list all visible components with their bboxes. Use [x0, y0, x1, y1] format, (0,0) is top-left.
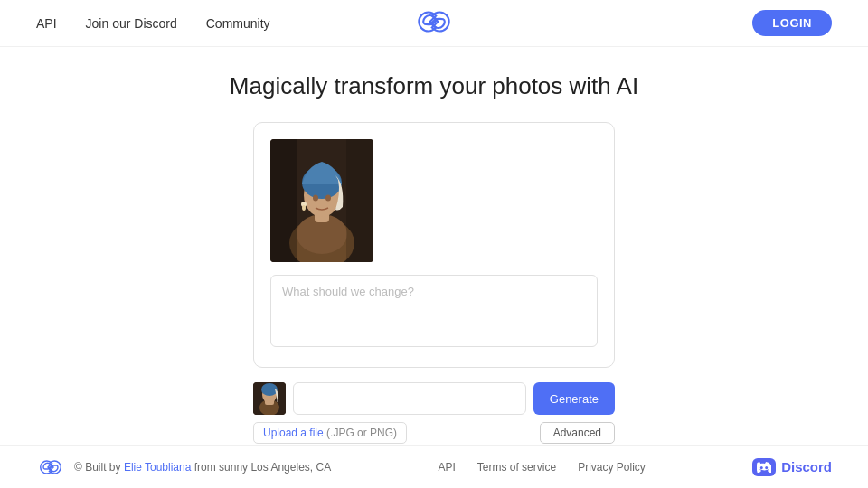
discord-badge[interactable]: Discord [752, 458, 832, 476]
advanced-button[interactable]: Advanced [540, 422, 615, 444]
footer-logo [36, 458, 65, 476]
upload-label[interactable]: Upload a file (.JPG or PNG) [253, 422, 407, 444]
footer-tos-link[interactable]: Terms of service [477, 461, 556, 474]
footer-left: © Built by Elie Toubliana from sunny Los… [36, 458, 331, 476]
login-button[interactable]: LOGIN [752, 10, 832, 36]
footer-privacy-link[interactable]: Privacy Policy [578, 461, 646, 474]
prompt-input[interactable] [270, 275, 598, 347]
thumbnail-preview [253, 382, 286, 415]
options-row: Upload a file (.JPG or PNG) Advanced [253, 422, 615, 444]
nav-api[interactable]: API [36, 16, 57, 31]
page-title: Magically transform your photos with AI [230, 72, 638, 100]
svg-rect-11 [346, 139, 373, 262]
footer-discord[interactable]: Discord [752, 458, 832, 476]
footer-api-link[interactable]: API [438, 461, 455, 474]
nav-discord[interactable]: Join our Discord [86, 16, 177, 31]
svg-rect-10 [270, 139, 297, 262]
footer-copyright: © Built by Elie Toubliana from sunny Los… [74, 461, 331, 474]
text-input[interactable] [293, 382, 526, 415]
footer-links: API Terms of service Privacy Policy [438, 461, 645, 474]
svg-point-7 [326, 195, 331, 202]
footer-author-link[interactable]: Elie Toubliana [124, 461, 192, 474]
generate-button[interactable]: Generate [533, 382, 615, 415]
header-nav: API Join our Discord Community [36, 16, 270, 31]
discord-icon [752, 458, 776, 476]
upload-link[interactable]: Upload a file [263, 427, 324, 439]
input-row: Generate [253, 382, 615, 415]
nav-community[interactable]: Community [206, 16, 270, 31]
footer: © Built by Elie Toubliana from sunny Los… [0, 445, 868, 488]
upload-suffix: (.JPG or PNG) [324, 427, 397, 439]
main-content: Magically transform your photos with AI [0, 47, 868, 444]
header-logo[interactable] [412, 9, 456, 38]
painting-image [270, 139, 373, 262]
editor-card [253, 122, 615, 368]
svg-point-6 [313, 195, 318, 202]
discord-label: Discord [781, 459, 832, 474]
svg-point-9 [302, 205, 306, 211]
header: API Join our Discord Community LOGIN [0, 0, 868, 47]
